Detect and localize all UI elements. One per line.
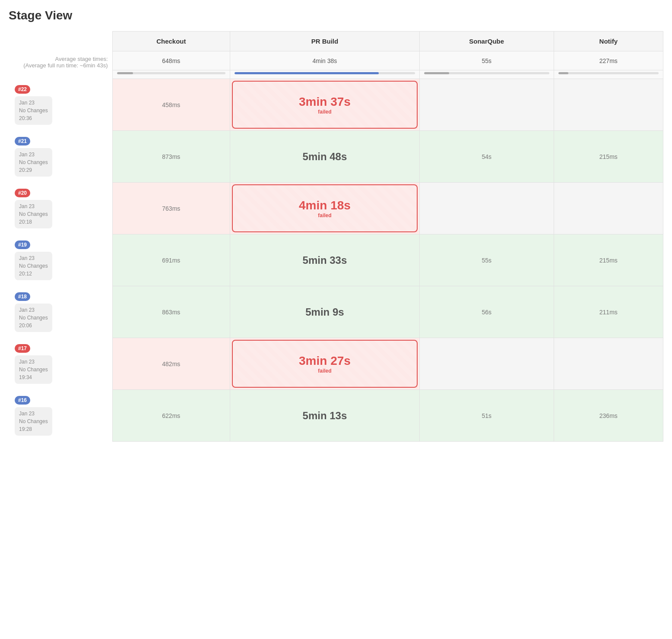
checkout-cell-22: 458ms (112, 79, 230, 131)
notify-time: 236ms (595, 408, 622, 424)
checkout-cell-19: 691ms (112, 234, 230, 286)
run-row-16: #16 Jan 23 No Changes 19:28 622ms 5min 1… (9, 390, 663, 442)
run-info: Jan 23 No Changes 20:18 (15, 200, 52, 228)
run-label-20[interactable]: #20 Jan 23 No Changes 20:18 (9, 183, 112, 234)
bar-cell-checkout (112, 70, 230, 79)
pr-build-failed-label: failed (318, 109, 331, 115)
run-row-20: #20 Jan 23 No Changes 20:18 763ms 4min 1… (9, 183, 663, 234)
run-no-changes: No Changes (19, 418, 48, 425)
average-row: Average stage times: (Average full run t… (9, 51, 663, 70)
pr-build-cell-22[interactable]: 3min 37s failed (230, 79, 420, 131)
run-row-22: #22 Jan 23 No Changes 20:36 458ms 3min 3… (9, 79, 663, 131)
checkout-time: 763ms (158, 201, 184, 216)
progress-bar-fill-notify (558, 72, 568, 74)
notify-cell-22 (554, 79, 663, 131)
avg-value-sonarqube: 55s (419, 51, 554, 70)
run-no-changes: No Changes (19, 262, 48, 270)
run-date: Jan 23 (19, 254, 48, 262)
notify-time: 215ms (595, 253, 622, 268)
pr-build-cell-18[interactable]: 5min 9s (230, 286, 420, 338)
col-sonarqube: SonarQube (419, 32, 554, 51)
run-label-21[interactable]: #21 Jan 23 No Changes 20:29 (9, 131, 112, 183)
sonarqube-time: 54s (477, 149, 496, 164)
pr-build-cell-17[interactable]: 3min 27s failed (230, 338, 420, 390)
checkout-time: 691ms (158, 253, 184, 268)
progress-bar-bg-checkout (117, 72, 226, 74)
run-label-18[interactable]: #18 Jan 23 No Changes 20:06 (9, 286, 112, 338)
avg-value-checkout: 648ms (112, 51, 230, 70)
pr-build-cell-19[interactable]: 5min 33s (230, 234, 420, 286)
row-label-inner: #16 Jan 23 No Changes 19:28 (13, 394, 108, 437)
progress-bar-fill-pr_build (235, 72, 379, 74)
run-time: 20:29 (19, 166, 48, 174)
progress-bar-bg-notify (558, 72, 659, 74)
run-label-22[interactable]: #22 Jan 23 No Changes 20:36 (9, 79, 112, 131)
checkout-cell-21: 873ms (112, 131, 230, 183)
progress-bar-row (9, 70, 663, 79)
run-badge[interactable]: #17 (15, 344, 30, 353)
pr-build-cell-21[interactable]: 5min 48s (230, 131, 420, 183)
run-info: Jan 23 No Changes 20:36 (15, 96, 52, 125)
row-label-inner: #20 Jan 23 No Changes 20:18 (13, 187, 108, 230)
notify-cell-21: 215ms (554, 131, 663, 183)
row-label-inner: #22 Jan 23 No Changes 20:36 (13, 83, 108, 127)
checkout-cell-16: 622ms (112, 390, 230, 442)
checkout-cell-18: 863ms (112, 286, 230, 338)
notify-cell-19: 215ms (554, 234, 663, 286)
run-badge[interactable]: #18 (15, 292, 30, 301)
checkout-cell-20: 763ms (112, 183, 230, 234)
run-no-changes: No Changes (19, 210, 48, 218)
run-time: 19:34 (19, 373, 48, 381)
pr-build-time: 4min 18s (299, 199, 351, 212)
run-label-19[interactable]: #19 Jan 23 No Changes 20:12 (9, 234, 112, 286)
pr-build-cell-16[interactable]: 5min 13s (230, 390, 420, 442)
run-date: Jan 23 (19, 358, 48, 366)
run-info: Jan 23 No Changes 19:34 (15, 355, 52, 384)
pr-build-cell-20[interactable]: 4min 18s failed (230, 183, 420, 234)
notify-time: 215ms (595, 149, 622, 164)
run-badge[interactable]: #20 (15, 189, 30, 197)
run-row-19: #19 Jan 23 No Changes 20:12 691ms 5min 3… (9, 234, 663, 286)
checkout-cell-17: 482ms (112, 338, 230, 390)
checkout-time: 622ms (158, 408, 184, 424)
run-no-changes: No Changes (19, 366, 48, 373)
sonarqube-time: 56s (477, 304, 496, 320)
run-time: 20:18 (19, 218, 48, 226)
sonarqube-time: 55s (477, 253, 496, 268)
col-pr-build: PR Build (230, 32, 420, 51)
avg-value-notify: 227ms (554, 51, 663, 70)
run-badge[interactable]: #19 (15, 240, 30, 249)
run-row-21: #21 Jan 23 No Changes 20:29 873ms 5min 4… (9, 131, 663, 183)
run-badge[interactable]: #21 (15, 137, 30, 146)
row-label-inner: #18 Jan 23 No Changes 20:06 (13, 291, 108, 334)
row-label-inner: #19 Jan 23 No Changes 20:12 (13, 239, 108, 282)
progress-bar-fill-sonarqube (424, 72, 449, 74)
bar-label-empty (9, 70, 112, 79)
checkout-time: 873ms (158, 149, 184, 164)
sonarqube-cell-16: 51s (419, 390, 554, 442)
row-label-inner: #21 Jan 23 No Changes 20:29 (13, 135, 108, 178)
pr-build-time: 5min 33s (298, 250, 352, 270)
notify-cell-17 (554, 338, 663, 390)
pr-build-time: 5min 9s (301, 302, 348, 322)
run-no-changes: No Changes (19, 107, 48, 114)
pr-build-time: 5min 48s (298, 146, 352, 167)
run-badge[interactable]: #22 (15, 85, 30, 94)
bar-cell-pr_build (230, 70, 420, 79)
page-title: Stage View (9, 9, 663, 22)
run-badge[interactable]: #16 (15, 396, 30, 405)
progress-bar-bg-pr_build (235, 72, 415, 74)
run-label-17[interactable]: #17 Jan 23 No Changes 19:34 (9, 338, 112, 390)
run-row-18: #18 Jan 23 No Changes 20:06 863ms 5min 9… (9, 286, 663, 338)
sonarqube-cell-19: 55s (419, 234, 554, 286)
checkout-time: 863ms (158, 304, 184, 320)
run-info: Jan 23 No Changes 20:29 (15, 148, 52, 177)
run-info: Jan 23 No Changes 20:12 (15, 252, 52, 280)
sonarqube-cell-17 (419, 338, 554, 390)
avg-label: Average stage times: (Average full run t… (9, 51, 112, 70)
progress-bar-bg-sonarqube (424, 72, 549, 74)
column-header-row: Checkout PR Build SonarQube Notify (9, 32, 663, 51)
run-label-16[interactable]: #16 Jan 23 No Changes 19:28 (9, 390, 112, 442)
empty-header (9, 32, 112, 51)
run-date: Jan 23 (19, 202, 48, 210)
